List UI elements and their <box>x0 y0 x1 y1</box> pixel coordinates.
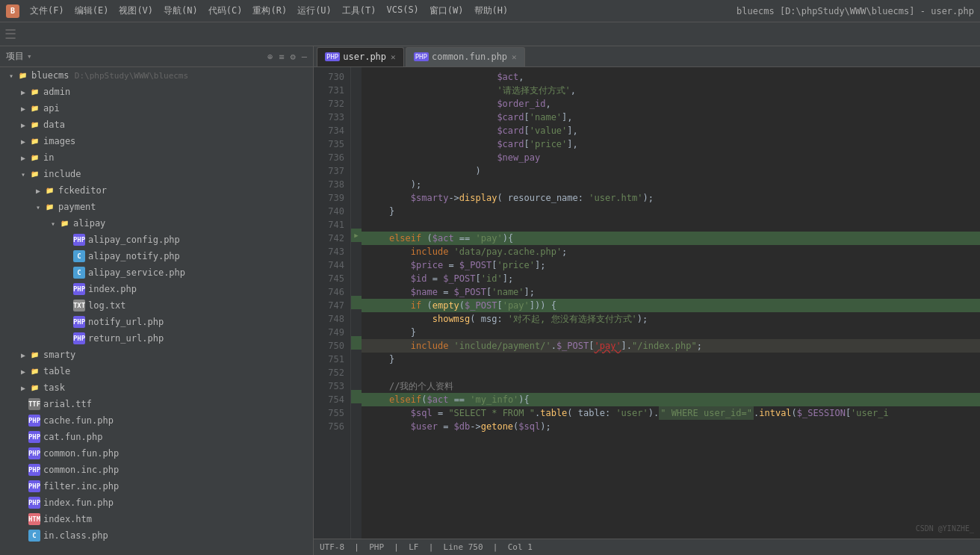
tree-data[interactable]: ▶ 📁 data <box>0 117 313 133</box>
menu-view[interactable]: 视图(V) <box>114 3 158 19</box>
ln-732: 732 <box>314 97 350 111</box>
code-line-740: } <box>362 205 980 218</box>
menu-run[interactable]: 运行(U) <box>293 3 336 19</box>
arial-name: arial.ttf <box>43 399 92 409</box>
code-container[interactable]: 730 731 732 733 734 735 736 737 738 739 … <box>314 67 980 539</box>
common-inc-icon: PHP <box>28 464 40 476</box>
ln-748: 748 <box>314 312 350 326</box>
index-htm-name: index.htm <box>43 514 92 524</box>
alipay-folder-icon: 📁 <box>58 217 70 229</box>
ln-755: 755 <box>314 406 350 420</box>
tree-in[interactable]: ▶ 📁 in <box>0 149 313 166</box>
alipay-notify-name: alipay_notify.php <box>88 251 180 261</box>
toolbar: ☰ <box>0 22 980 46</box>
code-line-735: $card['price'], <box>362 137 980 151</box>
menu-tools[interactable]: 工具(T) <box>338 3 381 19</box>
menu-code[interactable]: 代码(C) <box>204 3 247 19</box>
code-line-753: //我的个人资料 <box>362 379 980 393</box>
menu-file[interactable]: 文件(F) <box>25 3 69 19</box>
tree-alipay-config[interactable]: PHP alipay_config.php <box>0 232 313 248</box>
settings-icon[interactable]: ⚙ <box>291 52 296 62</box>
menu-edit[interactable]: 编辑(E) <box>70 3 114 19</box>
api-folder-icon: 📁 <box>28 102 40 114</box>
editor-tabs: PHP user.php ✕ PHP common.fun.php ✕ <box>314 46 980 67</box>
tree-fckeditor[interactable]: ▶ 📁 fckeditor <box>0 182 313 199</box>
tree-filter-inc[interactable]: PHP filter.inc.php <box>0 478 313 494</box>
ln-753: 753 <box>314 379 350 393</box>
ln-734: 734 <box>314 124 350 137</box>
sync-icon[interactable]: ⊕ <box>267 52 273 62</box>
task-folder-icon: 📁 <box>28 382 40 394</box>
tab-user-php-close[interactable]: ✕ <box>391 52 396 62</box>
smarty-name: smarty <box>43 350 75 360</box>
tree-task[interactable]: ▶ 📁 task <box>0 379 313 396</box>
tree-api[interactable]: ▶ 📁 api <box>0 100 313 117</box>
payment-name: payment <box>58 202 96 212</box>
tree-alipay-service[interactable]: C alipay_service.php <box>0 264 313 281</box>
tree-smarty[interactable]: ▶ 📁 smarty <box>0 347 313 363</box>
tree-cat-fun[interactable]: PHP cat.fun.php <box>0 429 313 445</box>
cache-fun-icon: PHP <box>28 415 40 427</box>
smarty-arrow: ▶ <box>18 351 28 359</box>
tree-in-class[interactable]: C in.class.php <box>0 527 313 544</box>
tree-alipay[interactable]: ▾ 📁 alipay <box>0 215 313 232</box>
table-folder-icon: 📁 <box>28 365 40 377</box>
collapse-icon[interactable]: ≡ <box>279 52 284 62</box>
tab-user-php[interactable]: PHP user.php ✕ <box>317 47 404 66</box>
code-line-736: $new_pay <box>362 151 980 164</box>
code-line-751: } <box>362 353 980 366</box>
code-line-732: $order_id, <box>362 97 980 111</box>
tree-return-url[interactable]: PHP return_url.php <box>0 330 313 347</box>
menu-vcs[interactable]: VCS(S) <box>382 3 424 19</box>
tree-root[interactable]: ▾ 📁 bluecms D:\phpStudy\WWW\bluecms <box>0 67 313 84</box>
tree-common-inc[interactable]: PHP common.inc.php <box>0 462 313 478</box>
tree-notify-url[interactable]: PHP notify_url.php <box>0 314 313 330</box>
tree-payment[interactable]: ▾ 📁 payment <box>0 199 313 215</box>
api-arrow: ▶ <box>18 105 28 113</box>
ln-742: 742 <box>314 232 350 245</box>
ln-745: 745 <box>314 272 350 285</box>
ln-737: 737 <box>314 164 350 178</box>
code-line-754: elseif($act == 'my_info'){ <box>362 393 980 406</box>
code-line-742: elseif ($act == 'pay'){ <box>362 232 980 245</box>
tree-cache-fun[interactable]: PHP cache.fun.php <box>0 412 313 429</box>
menu-help[interactable]: 帮助(H) <box>470 3 513 19</box>
index-htm-icon: HTM <box>28 513 40 525</box>
sidebar-dropdown-icon[interactable]: ▾ <box>27 52 32 61</box>
tree-log[interactable]: TXT log.txt <box>0 297 313 314</box>
tab-common-fun-php[interactable]: PHP common.fun.php ✕ <box>406 47 525 66</box>
include-name: include <box>43 169 81 179</box>
ln-738: 738 <box>314 178 350 191</box>
data-folder-icon: 📁 <box>28 119 40 131</box>
tree-alipay-notify[interactable]: C alipay_notify.php <box>0 248 313 264</box>
ln-741: 741 <box>314 218 350 232</box>
status-info: UTF-8 | PHP | LF | Line 750 | Col 1 <box>320 542 533 552</box>
tab-common-fun-php-close[interactable]: ✕ <box>512 52 517 62</box>
menu-window[interactable]: 窗口(W) <box>425 3 468 19</box>
menu-refactor[interactable]: 重构(R) <box>248 3 291 19</box>
code-content[interactable]: $act, '请选择支付方式', $order_id, <box>362 67 980 539</box>
ln-730: 730 <box>314 70 350 84</box>
filter-inc-icon: PHP <box>28 480 40 492</box>
tree-arial[interactable]: TTF arial.ttf <box>0 396 313 412</box>
tree-images[interactable]: ▶ 📁 images <box>0 133 313 149</box>
tab-user-php-icon: PHP <box>325 52 340 61</box>
tree-common-fun[interactable]: PHP common.fun.php <box>0 445 313 462</box>
menu-bar[interactable]: 文件(F) 编辑(E) 视图(V) 导航(N) 代码(C) 重构(R) 运行(U… <box>25 3 512 19</box>
tree-index-htm[interactable]: HTM index.htm <box>0 511 313 527</box>
alipay-service-icon: C <box>73 267 85 279</box>
code-line-749: } <box>362 326 980 339</box>
menu-navigate[interactable]: 导航(N) <box>159 3 202 19</box>
tree-payment-index[interactable]: PHP index.php <box>0 281 313 297</box>
tree-include[interactable]: ▾ 📁 include <box>0 166 313 182</box>
hide-icon[interactable]: — <box>302 52 307 62</box>
root-arrow: ▾ <box>6 72 16 80</box>
root-folder-icon: 📁 <box>16 69 28 81</box>
sidebar-toggle-icon[interactable]: ☰ <box>4 26 16 42</box>
tree-table[interactable]: ▶ 📁 table <box>0 363 313 379</box>
tree-admin[interactable]: ▶ 📁 admin <box>0 84 313 100</box>
include-arrow: ▾ <box>18 170 28 179</box>
in-name: in <box>43 152 54 163</box>
tree-index-fun[interactable]: PHP index.fun.php <box>0 494 313 511</box>
ln-731: 731 <box>314 84 350 97</box>
